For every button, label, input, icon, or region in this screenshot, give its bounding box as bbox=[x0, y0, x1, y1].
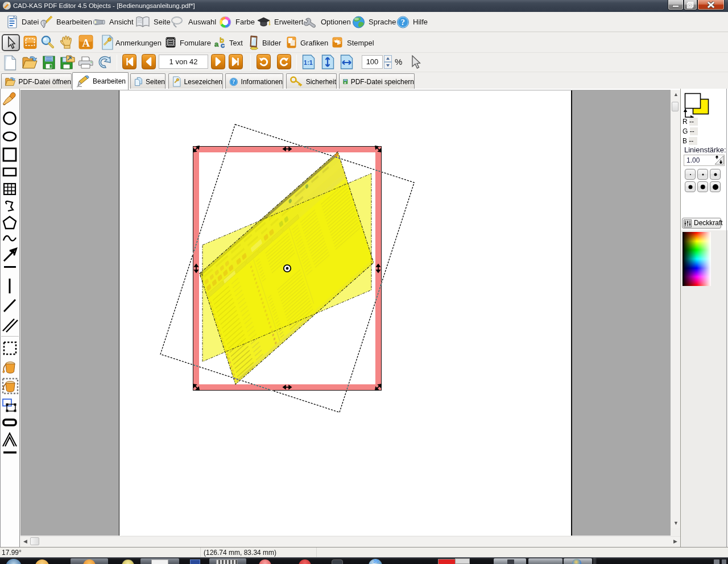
svg-text:1:1: 1:1 bbox=[304, 59, 313, 66]
svg-text:?: ? bbox=[232, 78, 235, 85]
svg-text:A: A bbox=[82, 37, 90, 49]
svg-text:c: c bbox=[221, 41, 225, 49]
svg-text:a: a bbox=[214, 40, 219, 48]
svg-text:?: ? bbox=[401, 18, 406, 27]
